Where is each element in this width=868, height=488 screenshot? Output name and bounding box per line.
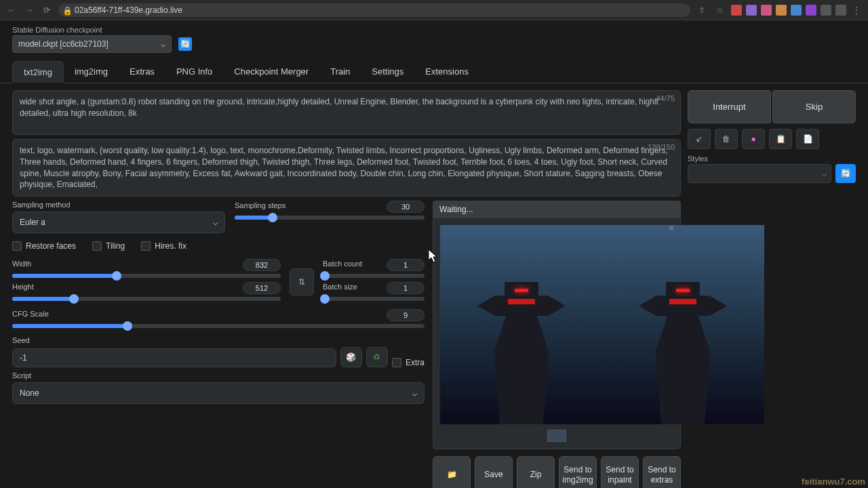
height-value[interactable]: 512 [243, 282, 281, 294]
ext-icon[interactable] [731, 5, 742, 16]
tab-img2img[interactable]: img2img [64, 61, 119, 83]
random-seed-button[interactable]: 🎲 [340, 347, 362, 367]
tab-extensions[interactable]: Extensions [414, 61, 479, 83]
tab-txt2img[interactable]: txt2img [12, 61, 64, 83]
script-dropdown[interactable]: None ⌵ [12, 382, 425, 404]
height-slider[interactable] [12, 297, 281, 301]
ext-icon[interactable] [806, 5, 816, 16]
open-folder-button[interactable]: 📁 [433, 456, 471, 488]
watermark-text: feitianwu7.com [802, 476, 865, 487]
batch-size-label: Batch size [323, 283, 357, 291]
checkpoint-dropdown[interactable]: model.ckpt [cc6cb27103] ⌵ [12, 35, 172, 53]
neg-prompt-text: text, logo, watermark, (worst quality, l… [20, 146, 668, 189]
sampling-steps-label: Sampling steps [235, 201, 285, 209]
sampling-steps-value[interactable]: 30 [387, 201, 425, 213]
ext-icon[interactable] [776, 5, 787, 16]
lock-icon: 🔒 [62, 6, 73, 16]
zip-button[interactable]: Zip [517, 456, 555, 488]
url-bar[interactable]: 🔒 02a56ff4-71ff-439e.gradio.live [58, 3, 690, 17]
reload-icon[interactable]: ⟳ [41, 4, 53, 16]
skip-button[interactable]: Skip [772, 90, 856, 123]
cfg-value[interactable]: 9 [387, 309, 425, 321]
sampling-method-dropdown[interactable]: Euler a ⌵ [12, 211, 225, 233]
forward-icon[interactable]: → [23, 4, 35, 16]
chevron-down-icon: ⌵ [161, 39, 165, 49]
save-button[interactable]: Save [475, 456, 513, 488]
send-img2img-button[interactable]: Send to img2img [559, 456, 597, 488]
cfg-label: CFG Scale [12, 310, 49, 318]
prompt-text: wide shot angle, a (gundam:0.8) robot st… [20, 97, 658, 118]
ext-icon[interactable] [791, 5, 802, 16]
reuse-seed-button[interactable]: ♻ [366, 347, 388, 367]
back-icon[interactable]: ← [5, 4, 18, 16]
tab-settings[interactable]: Settings [361, 61, 414, 83]
send-inpaint-button[interactable]: Send to inpaint [601, 456, 639, 488]
send-extras-button[interactable]: Send to extras [643, 456, 681, 488]
trash-icon[interactable]: 🗑 [715, 129, 738, 149]
batch-count-label: Batch count [323, 260, 362, 268]
restore-faces-checkbox[interactable]: Restore faces [12, 241, 76, 251]
chevron-down-icon: ⌵ [822, 169, 827, 178]
output-thumbnail[interactable] [547, 430, 566, 442]
prompt-token-count: 44/75 [656, 94, 675, 104]
arrow-icon[interactable]: ↙ [688, 129, 711, 149]
menu-icon[interactable]: ⋮ [850, 4, 863, 16]
sampling-steps-slider[interactable] [235, 216, 425, 220]
batch-size-slider[interactable] [323, 297, 425, 301]
apply-styles-button[interactable]: 🔄 [835, 164, 856, 183]
refresh-checkpoint-button[interactable]: 🔄 [178, 37, 192, 51]
ext-icon[interactable] [746, 5, 757, 16]
interrupt-button[interactable]: Interrupt [688, 90, 771, 123]
width-label: Width [12, 260, 31, 268]
close-icon[interactable]: ✕ [668, 224, 675, 233]
paste-icon[interactable]: 📄 [796, 129, 819, 149]
tab-pnginfo[interactable]: PNG Info [165, 61, 223, 83]
styles-label: Styles [688, 155, 831, 163]
cfg-slider[interactable] [12, 324, 425, 328]
checkpoint-row: Stable Diffusion checkpoint model.ckpt [… [0, 20, 868, 58]
hires-fix-checkbox[interactable]: Hires. fix [141, 241, 186, 251]
seed-label: Seed [12, 336, 425, 344]
tab-checkpoint-merger[interactable]: Checkpoint Merger [223, 61, 319, 83]
seed-extra-checkbox[interactable]: Extra [392, 358, 425, 367]
output-gallery: ✕ [433, 218, 681, 449]
checkpoint-label: Stable Diffusion checkpoint [12, 26, 172, 34]
tiling-checkbox[interactable]: Tiling [92, 241, 125, 251]
swap-dimensions-button[interactable]: ⇅ [290, 268, 314, 296]
share-icon[interactable]: ⇧ [696, 4, 708, 16]
seed-input[interactable]: -1 [12, 348, 336, 367]
neg-token-count: 138/150 [648, 142, 675, 152]
script-label: Script [12, 371, 425, 380]
height-label: Height [12, 283, 34, 291]
puzzle-icon[interactable] [821, 5, 831, 16]
batch-count-value[interactable]: 1 [387, 259, 425, 271]
tab-train[interactable]: Train [319, 61, 361, 83]
extension-icons: ⋮ [731, 4, 863, 16]
ext-icon[interactable] [761, 5, 772, 16]
batch-size-value[interactable]: 1 [387, 282, 425, 294]
sampling-method-label: Sampling method [12, 201, 225, 209]
clipboard-icon[interactable]: 📋 [769, 129, 792, 149]
width-value[interactable]: 832 [243, 259, 281, 271]
prompt-input[interactable]: 44/75 wide shot angle, a (gundam:0.8) ro… [12, 90, 681, 135]
output-image[interactable] [440, 225, 764, 424]
star-icon[interactable]: ☆ [713, 4, 726, 16]
batch-count-slider[interactable] [323, 274, 425, 278]
checkpoint-value: model.ckpt [cc6cb27103] [18, 39, 108, 49]
width-slider[interactable] [12, 274, 281, 278]
negative-prompt-input[interactable]: 138/150 text, logo, watermark, (worst qu… [12, 139, 681, 197]
palette-icon[interactable]: ● [742, 129, 765, 149]
chevron-down-icon: ⌵ [213, 218, 218, 227]
panel-icon[interactable] [835, 5, 846, 16]
url-text: 02a56ff4-71ff-439e.gradio.live [75, 5, 182, 15]
tab-extras[interactable]: Extras [119, 61, 165, 83]
main-tabs: txt2img img2img Extras PNG Info Checkpoi… [0, 61, 868, 83]
output-status: Waiting... [433, 201, 681, 218]
browser-chrome: ← → ⟳ 🔒 02a56ff4-71ff-439e.gradio.live ⇧… [0, 0, 868, 20]
styles-dropdown[interactable]: ⌵ [688, 164, 831, 183]
chevron-down-icon: ⌵ [412, 388, 417, 398]
